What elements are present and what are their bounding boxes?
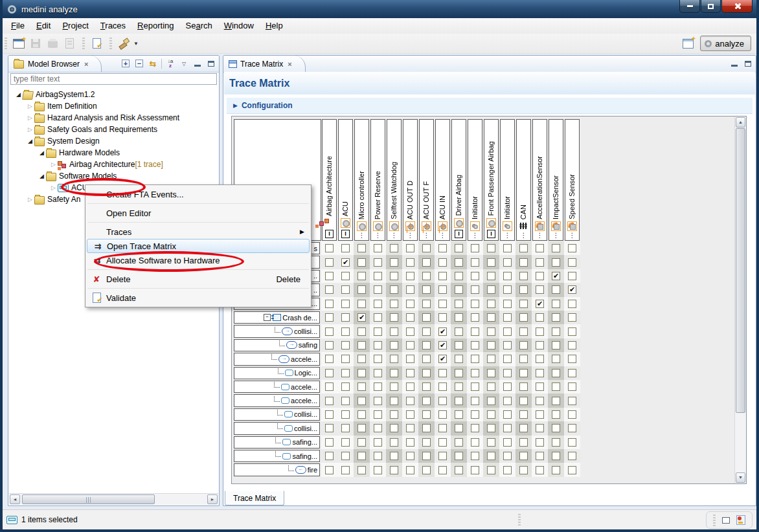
checkbox[interactable]: [536, 313, 544, 322]
matrix-cell-r13-c5[interactable]: [386, 408, 402, 421]
checkbox[interactable]: [325, 258, 334, 267]
matrix-cell-r17-c4[interactable]: [370, 463, 386, 476]
checkbox[interactable]: [552, 397, 560, 405]
checkbox[interactable]: [438, 466, 447, 474]
matrix-cell-r5-c16[interactable]: [564, 297, 580, 311]
matrix-cell-r11-c5[interactable]: [386, 380, 402, 393]
checkbox[interactable]: [471, 285, 479, 294]
matrix-cell-r6-c15[interactable]: [548, 311, 564, 324]
matrix-cell-r17-c16[interactable]: [564, 463, 580, 476]
matrix-cell-r3-c9[interactable]: [451, 269, 467, 283]
matrix-cell-r11-c8[interactable]: [435, 380, 451, 393]
matrix-cell-r6-c7[interactable]: [418, 311, 435, 324]
checkbox[interactable]: [568, 327, 576, 336]
matrix-cell-r17-c6[interactable]: [402, 463, 418, 476]
checkbox[interactable]: [357, 410, 366, 419]
checkbox[interactable]: [341, 382, 350, 391]
matrix-cell-r2-c12[interactable]: [499, 255, 515, 269]
new-model-button[interactable]: [11, 36, 27, 51]
checkbox[interactable]: [422, 341, 431, 349]
menu-traces[interactable]: Traces: [95, 18, 131, 34]
checkbox[interactable]: [422, 285, 431, 294]
matrix-cell-r14-c16[interactable]: [564, 421, 580, 435]
matrix-cell-r10-c13[interactable]: [515, 366, 532, 380]
matrix-cell-r9-c1[interactable]: [321, 352, 337, 366]
checkbox[interactable]: [487, 300, 495, 308]
checkbox-checked[interactable]: ✔: [552, 272, 560, 280]
checkbox[interactable]: [455, 466, 463, 474]
matrix-cell-r14-c13[interactable]: [515, 421, 532, 435]
checkbox[interactable]: [455, 272, 463, 280]
matrix-cell-r16-c8[interactable]: [435, 449, 451, 463]
checkbox[interactable]: [519, 466, 528, 474]
checkbox[interactable]: [325, 466, 334, 474]
matrix-cell-r16-c14[interactable]: [532, 449, 548, 463]
checkbox[interactable]: [568, 438, 576, 447]
close-icon[interactable]: ×: [84, 60, 88, 68]
expand-all-icon[interactable]: +: [122, 60, 130, 67]
checkbox[interactable]: [552, 424, 560, 432]
matrix-column-header-front-passenger-airbag[interactable]: Front Passenger AirbagI: [484, 119, 499, 241]
matrix-cell-r6-c12[interactable]: [499, 311, 515, 324]
matrix-cell-r15-c9[interactable]: [451, 436, 467, 449]
matrix-cell-r9-c13[interactable]: [515, 352, 532, 366]
matrix-cell-r5-c13[interactable]: [515, 297, 532, 311]
checkbox[interactable]: [325, 327, 334, 336]
checkbox[interactable]: [374, 244, 382, 252]
matrix-cell-r7-c10[interactable]: [467, 324, 483, 338]
checkbox[interactable]: [406, 369, 414, 377]
matrix-cell-r14-c1[interactable]: [321, 421, 337, 435]
matrix-row-header-safing[interactable]: →safing: [234, 339, 320, 351]
menu-project[interactable]: Project: [56, 18, 94, 34]
matrix-cell-r9-c10[interactable]: [467, 352, 483, 366]
matrix-cell-r12-c3[interactable]: [354, 393, 370, 407]
checkbox[interactable]: [455, 244, 463, 252]
context-menu-item-open-editor[interactable]: Open Editor: [87, 206, 310, 220]
matrix-cell-r1-c1[interactable]: [321, 241, 337, 255]
tree-expander-icon[interactable]: ▷: [49, 161, 58, 168]
checkbox-checked[interactable]: ✔: [536, 300, 544, 308]
matrix-column-header-selftest-watchdog[interactable]: Selftest Watchdog⋮: [387, 119, 402, 241]
matrix-cell-r4-c7[interactable]: [418, 283, 435, 296]
checkbox[interactable]: [519, 341, 528, 349]
checkbox[interactable]: [487, 369, 495, 377]
menu-file[interactable]: File: [5, 18, 30, 34]
matrix-cell-r17-c5[interactable]: [386, 463, 402, 476]
scroll-left-icon[interactable]: ◄: [10, 494, 20, 504]
matrix-cell-r4-c14[interactable]: [532, 283, 548, 296]
matrix-cell-r8-c9[interactable]: [451, 338, 467, 352]
matrix-cell-r12-c2[interactable]: [337, 393, 354, 407]
matrix-cell-r1-c6[interactable]: [402, 241, 418, 255]
checkbox[interactable]: [552, 285, 560, 294]
checkbox[interactable]: [503, 355, 512, 363]
checkbox[interactable]: [536, 369, 544, 377]
matrix-cell-r15-c2[interactable]: [337, 436, 354, 449]
configuration-section[interactable]: ▶ Configuration: [227, 97, 753, 114]
matrix-cell-r12-c10[interactable]: [467, 393, 483, 407]
checkbox[interactable]: [503, 410, 512, 419]
matrix-cell-r2-c10[interactable]: [467, 255, 483, 269]
checkbox[interactable]: [471, 327, 479, 336]
matrix-cell-r7-c5[interactable]: [386, 324, 402, 338]
matrix-cell-r17-c15[interactable]: [548, 463, 564, 476]
checkbox[interactable]: [568, 424, 576, 432]
checkbox[interactable]: [536, 397, 544, 405]
context-menu-item-validate[interactable]: Validate: [87, 291, 310, 305]
matrix-cell-r10-c16[interactable]: [564, 366, 580, 380]
matrix-cell-r9-c6[interactable]: [402, 352, 418, 366]
checkbox[interactable]: [374, 300, 382, 308]
matrix-cell-r6-c6[interactable]: [402, 311, 418, 324]
matrix-cell-r2-c4[interactable]: [370, 255, 386, 269]
scrollbar-thumb[interactable]: [736, 128, 745, 413]
matrix-cell-r9-c8[interactable]: ✔: [435, 352, 451, 366]
matrix-cell-r2-c5[interactable]: [386, 255, 402, 269]
matrix-cell-r2-c9[interactable]: [451, 255, 467, 269]
matrix-cell-r16-c3[interactable]: [354, 449, 370, 463]
checkbox[interactable]: [341, 424, 350, 432]
matrix-cell-r12-c9[interactable]: [451, 393, 467, 407]
maximize-button[interactable]: [701, 0, 721, 13]
checkbox[interactable]: [519, 300, 528, 308]
checkbox[interactable]: [390, 285, 398, 294]
matrix-cell-r6-c3[interactable]: ✔: [354, 311, 370, 324]
checkbox[interactable]: [406, 285, 414, 294]
